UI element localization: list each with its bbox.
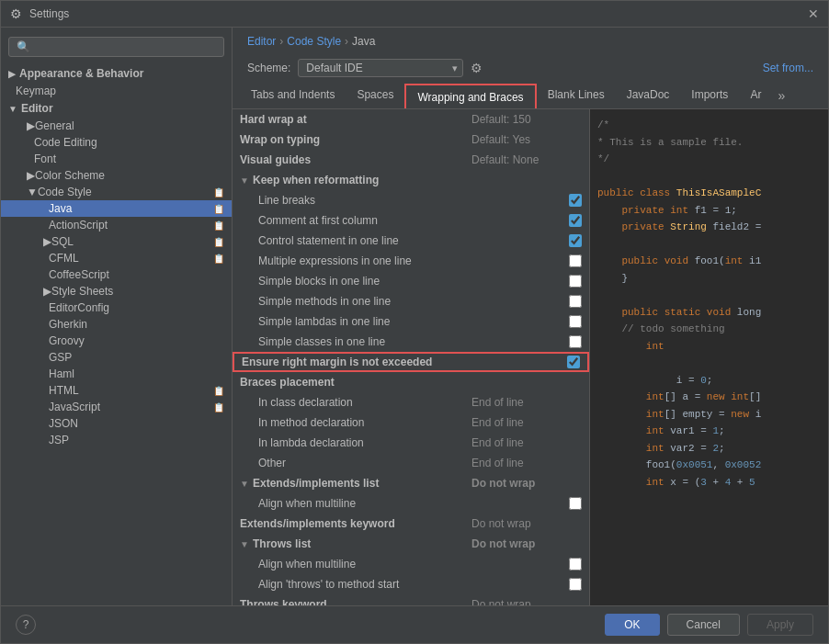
checkbox-align-multiline1[interactable] <box>569 497 582 510</box>
code-line <box>594 236 824 254</box>
tab-tabs-indents[interactable]: Tabs and Indents <box>240 83 346 108</box>
checkbox-comment-col[interactable] <box>569 214 582 227</box>
settings-table: Hard wrap at Default: 150 Wrap on typing… <box>233 109 589 605</box>
arrow-icon: ▼ <box>27 186 38 198</box>
sidebar-item-label: Groovy <box>49 334 85 347</box>
checkbox-align-throws[interactable] <box>569 578 582 591</box>
breadcrumb-editor[interactable]: Editor <box>247 35 276 48</box>
code-line <box>594 287 824 304</box>
checkbox-line-breaks[interactable] <box>569 194 582 207</box>
sidebar-item-java[interactable]: Java 📋 <box>1 200 232 217</box>
sidebar-item-label: Color Scheme <box>35 169 105 182</box>
checkbox-simple-methods[interactable] <box>569 295 582 308</box>
code-line <box>594 355 824 372</box>
tab-blank-lines[interactable]: Blank Lines <box>537 83 616 108</box>
checkbox-simple-blocks[interactable] <box>569 275 582 288</box>
checkbox-simple-lambdas[interactable] <box>569 315 582 328</box>
row-label: Line breaks <box>240 194 569 207</box>
sidebar-item-sql[interactable]: ▶ SQL 📋 <box>1 233 232 250</box>
sidebar-item-coffeescript[interactable]: CoffeeScript <box>1 266 232 283</box>
sidebar-item-javascript[interactable]: JavaScript 📋 <box>1 399 232 415</box>
sidebar-item-font[interactable]: Font <box>1 151 232 167</box>
row-align-multiline2: Align when multiline <box>233 554 589 574</box>
row-align-throws: Align 'throws' to method start <box>233 574 589 594</box>
sidebar-item-gherkin[interactable]: Gherkin <box>1 316 232 333</box>
row-other: Other End of line <box>233 453 589 473</box>
row-label: Visual guides <box>240 153 471 166</box>
row-in-method: In method declaration End of line <box>233 412 589 433</box>
row-align-multiline1: Align when multiline <box>233 493 589 514</box>
sidebar-item-jsp[interactable]: JSP <box>1 432 232 448</box>
sidebar: ▶ Appearance & Behavior Keymap ▼ Editor … <box>1 28 233 605</box>
sidebar-item-label: JSON <box>49 417 78 430</box>
row-hard-wrap: Hard wrap at Default: 150 <box>233 109 589 130</box>
expand-arrow-icon[interactable]: ▼ <box>240 175 249 186</box>
search-input[interactable] <box>8 37 224 57</box>
sidebar-item-label: Font <box>34 153 56 165</box>
sidebar-item-html[interactable]: HTML 📋 <box>1 382 232 399</box>
sidebar-item-keymap[interactable]: Keymap <box>1 83 232 99</box>
tab-javadoc[interactable]: JavaDoc <box>616 83 681 108</box>
sidebar-item-general[interactable]: ▶ General <box>1 118 232 134</box>
sidebar-item-groovy[interactable]: Groovy <box>1 333 232 349</box>
sidebar-item-haml[interactable]: Haml <box>1 366 232 382</box>
sidebar-item-color-scheme[interactable]: ▶ Color Scheme <box>1 167 232 184</box>
set-from-link[interactable]: Set from... <box>763 62 813 74</box>
apply-button[interactable]: Apply <box>747 614 813 636</box>
sidebar-item-label: GSP <box>49 351 72 364</box>
row-value: Do not wrap <box>471 537 582 550</box>
row-label: Hard wrap at <box>240 113 471 126</box>
sidebar-item-code-editing[interactable]: Code Editing <box>1 134 232 151</box>
tab-spaces[interactable]: Spaces <box>346 83 404 108</box>
code-line: private int f1 = 1; <box>594 202 824 220</box>
tab-arrangement[interactable]: Ar <box>739 83 772 108</box>
breadcrumb: Editor › Code Style › Java <box>233 28 828 55</box>
row-label: Throws keyword <box>240 598 471 605</box>
row-label: Simple methods in one line <box>240 295 569 308</box>
scheme-select[interactable]: Default IDE <box>298 59 463 77</box>
tab-more-button[interactable]: » <box>772 85 790 107</box>
row-label: Control statement in one line <box>240 234 569 247</box>
sidebar-item-json[interactable]: JSON <box>1 415 232 432</box>
code-line: } <box>594 270 824 288</box>
sidebar-item-code-style[interactable]: ▼ Code Style 📋 <box>1 184 232 200</box>
sidebar-item-editor[interactable]: ▼ Editor <box>1 99 232 118</box>
row-label: Other <box>240 457 471 469</box>
help-button[interactable]: ? <box>16 615 36 635</box>
sidebar-item-actionscript[interactable]: ActionScript 📋 <box>1 217 232 233</box>
scheme-gear-button[interactable]: ⚙ <box>471 61 483 75</box>
sidebar-item-label: HTML <box>49 384 79 397</box>
tab-wrapping[interactable]: Wrapping and Braces <box>404 84 536 109</box>
title-bar: ⚙ Settings ✕ <box>1 1 828 28</box>
checkbox-align-multiline2[interactable] <box>569 558 582 571</box>
sidebar-item-cfml[interactable]: CFML 📋 <box>1 250 232 266</box>
copy-icon: 📋 <box>213 220 224 231</box>
content-area: Hard wrap at Default: 150 Wrap on typing… <box>233 109 828 605</box>
sidebar-item-gsp[interactable]: GSP <box>1 349 232 366</box>
cancel-button[interactable]: Cancel <box>667 614 740 636</box>
checkbox-multiple-expr[interactable] <box>569 254 582 267</box>
ok-button[interactable]: OK <box>605 614 659 636</box>
sidebar-item-appearance[interactable]: ▶ Appearance & Behavior <box>1 64 232 83</box>
sidebar-item-label: Style Sheets <box>51 285 113 298</box>
arrow-icon: ▶ <box>43 235 51 248</box>
sidebar-item-style-sheets[interactable]: ▶ Style Sheets <box>1 283 232 299</box>
expand-arrow-icon[interactable]: ▼ <box>240 539 249 549</box>
row-label: Ensure right margin is not exceeded <box>242 356 567 368</box>
breadcrumb-code-style[interactable]: Code Style <box>287 35 341 48</box>
checkbox-ensure-margin[interactable] <box>567 356 580 368</box>
close-button[interactable]: ✕ <box>808 6 819 21</box>
checkbox-simple-classes[interactable] <box>569 335 582 348</box>
sidebar-item-label: SQL <box>51 235 74 248</box>
main-panel: Editor › Code Style › Java Scheme: Defau… <box>233 28 828 605</box>
checkbox-control-stmt[interactable] <box>569 234 582 247</box>
expand-arrow-icon[interactable]: ▼ <box>240 479 249 489</box>
sidebar-item-label: Java <box>49 202 72 215</box>
copy-icon: 📋 <box>213 237 224 247</box>
code-line: public class ThisIsASampleC <box>594 185 824 202</box>
breadcrumb-sep2: › <box>345 35 348 48</box>
copy-icon: 📋 <box>213 386 224 396</box>
sidebar-item-editorconfig[interactable]: EditorConfig <box>1 299 232 316</box>
copy-icon: 📋 <box>213 204 224 214</box>
tab-imports[interactable]: Imports <box>680 83 739 108</box>
